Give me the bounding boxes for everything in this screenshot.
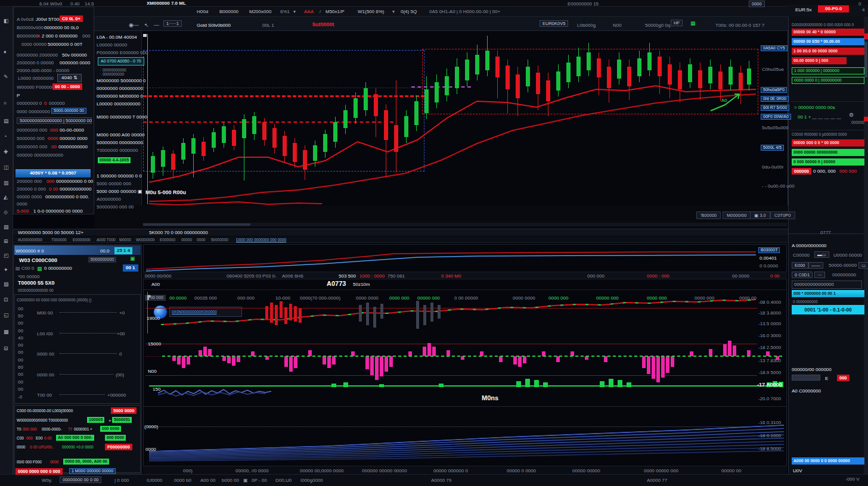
- right-panel: [788, 17, 868, 486]
- section-bar: [13, 229, 788, 236]
- times-row-bg: [143, 466, 787, 474]
- right-scrollbar[interactable]: [864, 17, 868, 486]
- title-row-bg: [143, 279, 787, 290]
- right-scrollbar-thumb[interactable]: [864, 42, 867, 77]
- tabs-row: [13, 236, 788, 243]
- left-tool-strip: [0, 7, 13, 486]
- right-panel-divider-1: [790, 101, 866, 102]
- chart-canvas[interactable]: [142, 31, 787, 205]
- canvas-corner-thumb: [143, 34, 147, 37]
- mins-label: M0ns: [482, 394, 498, 401]
- right-top-band: [788, 5, 868, 17]
- right-scrollbar-mark-2: [864, 117, 868, 122]
- top-band: [94, 7, 788, 17]
- lower-chart-sep: [143, 406, 787, 407]
- watermark-input-box[interactable]: [169, 307, 242, 317]
- bl-header-gradient[interactable]: [14, 245, 141, 255]
- chart-toolbar-bg: [94, 17, 788, 31]
- titlebar: [0, 0, 868, 7]
- tick-row-bg: [143, 272, 787, 279]
- chart-sidebar-bg: [94, 31, 142, 213]
- chart-hscroll-thumb[interactable]: [143, 223, 250, 226]
- right-scrollbar-mark-1: [864, 33, 868, 39]
- right-panel-divider-2: [790, 130, 866, 130]
- status-bar: [0, 474, 868, 486]
- bl-log-box: [14, 405, 141, 473]
- market-watch-panel: [13, 7, 94, 214]
- window-title: XM000000 7.0 ML: [147, 1, 186, 6]
- watermark-logo: [154, 306, 167, 319]
- bl-table-box: [14, 294, 141, 404]
- right-panel-divider-3: [788, 233, 868, 234]
- trading-terminal: { "app": {"title": "XM000000 7.0 ML", "m…: [0, 0, 868, 486]
